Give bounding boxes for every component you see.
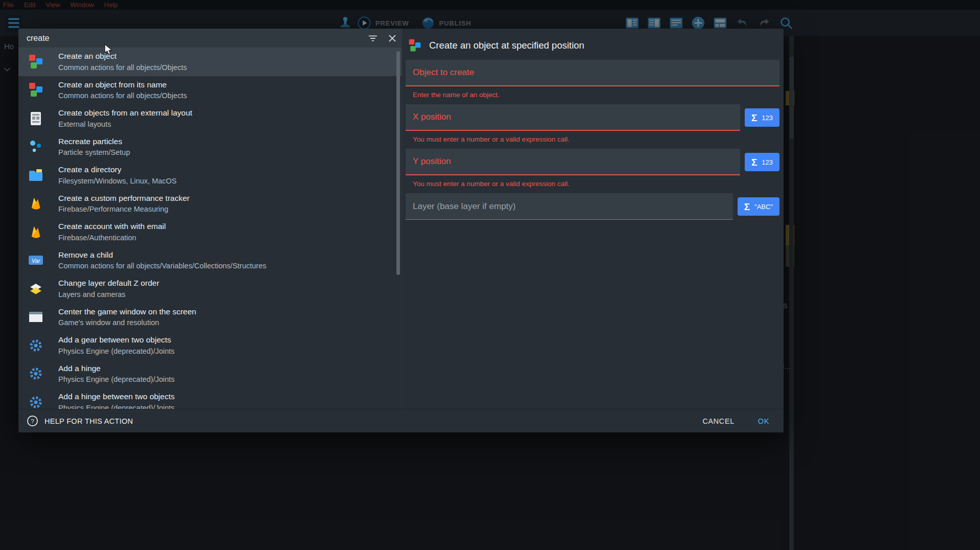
action-subtitle: Filesystem/Windows, Linux, MacOS bbox=[58, 176, 176, 186]
action-title: Add a hinge between two objects bbox=[58, 391, 175, 402]
action-subtitle: Game's window and resolution bbox=[58, 317, 196, 328]
action-row[interactable]: Add a hinge between two objectsPhysics E… bbox=[18, 388, 402, 409]
action-subtitle: Common actions for all objects/Objects bbox=[58, 62, 187, 73]
action-title: Create an object bbox=[58, 51, 187, 62]
x-position-expression-button[interactable]: Σ 123 bbox=[745, 108, 779, 127]
action-title: Create objects from an external layout bbox=[58, 107, 192, 119]
y-position-expression-button[interactable]: Σ 123 bbox=[745, 153, 779, 171]
action-subtitle: Firebase/Authentication bbox=[58, 233, 166, 243]
search-bar: create bbox=[18, 29, 402, 48]
physics-icon bbox=[28, 337, 44, 354]
action-title: Create a custom performance tracker bbox=[58, 193, 190, 204]
dialog-footer: ? HELP FOR THIS ACTION CANCEL OK bbox=[18, 409, 784, 432]
action-subtitle: Layers and cameras bbox=[58, 289, 159, 300]
action-title: Change layer default Z order bbox=[58, 278, 159, 289]
x-position-placeholder: X position bbox=[413, 112, 451, 122]
expression-button-label: "ABC" bbox=[754, 203, 773, 211]
action-detail-panel: Create an object at specified position O… bbox=[402, 29, 784, 409]
action-row[interactable]: Create account with with emailFirebase/A… bbox=[18, 218, 402, 246]
svg-text:Var: Var bbox=[32, 258, 41, 264]
action-row[interactable]: Add a gear between two objectsPhysics En… bbox=[18, 331, 402, 360]
physics-icon bbox=[28, 394, 44, 409]
y-position-error-text: You must enter a number or a valid expre… bbox=[413, 180, 779, 188]
variable-icon: Var bbox=[28, 252, 44, 268]
y-position-placeholder: Y position bbox=[413, 156, 451, 167]
layers-icon bbox=[28, 281, 44, 297]
sigma-icon: Σ bbox=[751, 157, 757, 167]
objects-icon bbox=[28, 54, 44, 70]
action-row[interactable]: Create a custom performance trackerFireb… bbox=[18, 190, 402, 218]
object-to-create-placeholder: Object to create bbox=[413, 67, 474, 78]
sigma-icon: Σ bbox=[744, 202, 750, 212]
action-subtitle: Physics Engine (deprecated)/Joints bbox=[58, 374, 174, 384]
y-position-input[interactable]: Y position bbox=[406, 149, 740, 175]
action-title: Create a directory bbox=[58, 164, 176, 175]
action-row[interactable]: Create an object from its nameCommon act… bbox=[18, 76, 402, 105]
help-button[interactable]: ? HELP FOR THIS ACTION bbox=[27, 415, 133, 427]
action-row[interactable]: Add a hingePhysics Engine (deprecated)/J… bbox=[18, 360, 402, 388]
action-row[interactable]: Recreate particlesParticle system/Setup bbox=[18, 133, 402, 162]
action-title: Add a gear between two objects bbox=[58, 334, 174, 346]
action-subtitle: Common actions for all objects/Objects bbox=[58, 90, 187, 101]
object-to-create-input[interactable]: Object to create bbox=[406, 60, 779, 86]
search-input[interactable]: create bbox=[27, 34, 361, 43]
action-subtitle: Physics Engine (deprecated)/Joints bbox=[58, 346, 174, 356]
firebase-icon bbox=[28, 224, 44, 240]
window-icon bbox=[28, 309, 44, 325]
action-row[interactable]: Create objects from an external layoutEx… bbox=[18, 104, 402, 133]
action-row[interactable]: VarRemove a childCommon actions for all … bbox=[18, 246, 402, 275]
physics-icon bbox=[28, 365, 44, 382]
action-row[interactable]: Create a directoryFilesystem/Windows, Li… bbox=[18, 161, 402, 190]
layer-expression-button[interactable]: Σ "ABC" bbox=[738, 197, 779, 216]
layer-placeholder: Layer (base layer if empty) bbox=[413, 201, 516, 212]
filter-button[interactable] bbox=[366, 31, 380, 45]
action-title: Remove a child bbox=[58, 249, 266, 261]
action-title: Center the game window on the screen bbox=[58, 306, 196, 317]
detail-title: Create an object at specified position bbox=[429, 40, 584, 51]
expression-button-label: 123 bbox=[762, 114, 773, 122]
close-button[interactable] bbox=[385, 31, 399, 45]
firebase-icon bbox=[28, 195, 44, 212]
ok-button[interactable]: OK bbox=[758, 417, 769, 425]
particles-icon bbox=[28, 139, 44, 155]
action-title: Create an object from its name bbox=[58, 79, 187, 90]
x-position-input[interactable]: X position bbox=[406, 104, 740, 131]
expression-button-label: 123 bbox=[762, 158, 773, 166]
list-scrollbar[interactable] bbox=[396, 51, 400, 275]
action-subtitle: Common actions for all objects/Variables… bbox=[58, 261, 266, 271]
action-subtitle: Firebase/Performance Measuring bbox=[58, 204, 190, 214]
external-layout-icon bbox=[28, 110, 44, 127]
actions-search-panel: create Create an objectCommon actions fo… bbox=[18, 29, 402, 409]
action-row[interactable]: Center the game window on the screenGame… bbox=[18, 303, 402, 332]
objects-icon bbox=[408, 38, 422, 53]
objects-icon bbox=[28, 82, 44, 98]
help-icon: ? bbox=[27, 415, 38, 427]
help-button-label: HELP FOR THIS ACTION bbox=[44, 417, 133, 425]
action-subtitle: Particle system/Setup bbox=[58, 147, 130, 157]
layer-input[interactable]: Layer (base layer if empty) bbox=[406, 193, 733, 220]
folder-icon bbox=[28, 167, 44, 184]
action-title: Create account with with email bbox=[58, 221, 166, 232]
action-subtitle: Physics Engine (deprecated)/Joints bbox=[58, 403, 175, 409]
instruction-editor-dialog: create Create an objectCommon actions fo… bbox=[18, 29, 784, 432]
action-subtitle: External layouts bbox=[58, 119, 192, 129]
x-position-error-text: You must enter a number or a valid expre… bbox=[413, 135, 779, 143]
action-title: Recreate particles bbox=[58, 136, 130, 147]
svg-text:?: ? bbox=[31, 418, 34, 424]
action-title: Add a hinge bbox=[58, 363, 174, 374]
action-row[interactable]: Change layer default Z orderLayers and c… bbox=[18, 274, 402, 303]
action-row[interactable]: Create an objectCommon actions for all o… bbox=[18, 48, 402, 76]
sigma-icon: Σ bbox=[751, 113, 757, 123]
actions-list: Create an objectCommon actions for all o… bbox=[18, 48, 402, 409]
cancel-button[interactable]: CANCEL bbox=[702, 417, 734, 425]
object-helper-text: Enter the name of an object. bbox=[413, 91, 779, 99]
